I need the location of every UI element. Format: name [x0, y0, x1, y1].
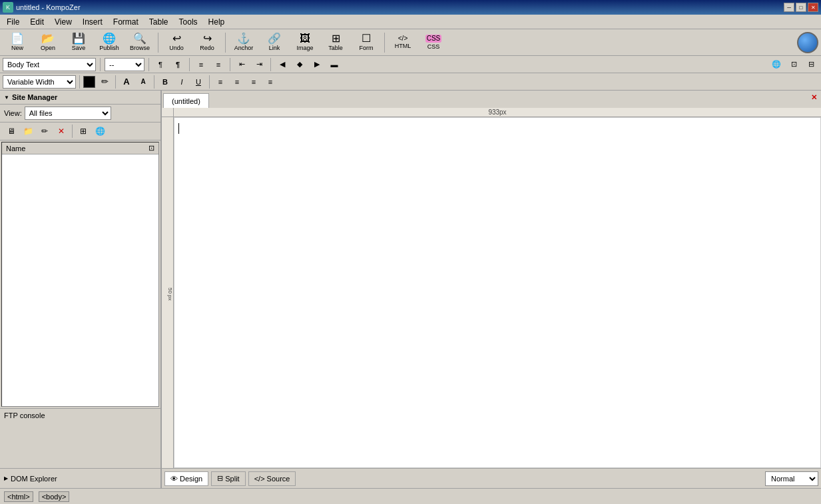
menu-file[interactable]: File	[1, 16, 25, 28]
source-tab[interactable]: </> Source	[248, 471, 296, 486]
css-button[interactable]: CSS CSS	[419, 31, 448, 55]
toolbar-separator-2	[225, 33, 226, 53]
link-label: Link	[269, 45, 280, 51]
html-tag[interactable]: <html>	[4, 491, 33, 502]
editor-canvas[interactable]	[174, 117, 821, 468]
css-label: CSS	[427, 43, 440, 50]
view-dropdown[interactable]: All files HTML files	[25, 107, 111, 120]
fmt-sep-2	[148, 58, 149, 71]
block-align-right-button[interactable]: ▶	[310, 58, 324, 71]
design-tab[interactable]: 👁 Design	[164, 471, 208, 486]
body-tag[interactable]: <body>	[39, 491, 70, 502]
sidebar: ▼ Site Manager View: All files HTML file…	[0, 91, 162, 488]
justify-button[interactable]: ▬	[327, 58, 342, 71]
design-icon: 👁	[170, 475, 178, 483]
html-icon: </>	[398, 35, 408, 42]
save-button[interactable]: 💾 Save	[64, 31, 93, 55]
sm-edit-button[interactable]: ✏	[37, 125, 52, 138]
form-icon: ☐	[362, 33, 371, 44]
dom-explorer[interactable]: ▶ DOM Explorer	[0, 468, 160, 488]
close-button[interactable]: ✕	[808, 3, 818, 12]
fmt-sep-1	[100, 58, 101, 71]
italic-button[interactable]: I	[174, 75, 189, 89]
new-label: New	[11, 45, 23, 51]
menu-tools[interactable]: Tools	[174, 16, 203, 28]
open-button[interactable]: 📂 Open	[33, 31, 63, 55]
menu-edit[interactable]: Edit	[25, 16, 49, 28]
fmt-sep-style	[209, 75, 210, 89]
sm-copy-button[interactable]: ⊞	[76, 125, 91, 138]
menu-table[interactable]: Table	[144, 16, 174, 28]
browse-button[interactable]: 🔍 Browse	[125, 31, 154, 55]
new-button[interactable]: 📄 New	[3, 31, 32, 55]
menubar: File Edit View Insert Format Table Tools…	[0, 15, 821, 29]
minimize-button[interactable]: ─	[784, 3, 794, 12]
image-button[interactable]: 🖼 Image	[290, 31, 320, 55]
ftp-console: FTP console	[0, 408, 160, 468]
css-icon: CSS	[425, 35, 442, 43]
align-center-button[interactable]: ≡	[230, 75, 244, 89]
anchor-button[interactable]: ⚓ Anchor	[229, 31, 258, 55]
color-picker-button[interactable]: ✏	[97, 75, 112, 89]
underline-button[interactable]: U	[191, 75, 206, 89]
style-dropdown[interactable]: Body Text Heading 1 Heading 2 Paragraph	[3, 58, 96, 71]
block-center-button[interactable]: ◆	[292, 58, 307, 71]
unordered-list-button[interactable]: ≡	[194, 58, 208, 71]
text-cursor	[178, 123, 179, 134]
site-manager-header: ▼ Site Manager	[0, 91, 160, 105]
bottom-tabs: 👁 Design ⊟ Split </> Source Normal Full …	[162, 468, 821, 488]
sm-sep	[72, 125, 73, 138]
content-area: (untitled) ✕ 933px 50 px	[162, 91, 821, 488]
sm-delete-button[interactable]: ✕	[54, 125, 69, 138]
sm-local-button[interactable]: 🖥	[4, 125, 19, 138]
ordered-list-button[interactable]: ≡	[211, 58, 226, 71]
paragraph-mark-button[interactable]: ¶	[170, 58, 185, 71]
toolbar-separator-1	[158, 33, 158, 53]
window-title: untitled - KompoZer	[16, 3, 81, 11]
menu-view[interactable]: View	[49, 16, 77, 28]
block-align-left-button[interactable]: ◀	[275, 58, 290, 71]
font-size-decrease-button[interactable]: A	[136, 75, 150, 89]
publish-button[interactable]: 🌐 Publish	[95, 31, 124, 55]
menu-format[interactable]: Format	[108, 16, 144, 28]
view-mode-select[interactable]: Normal Full Print	[765, 471, 818, 486]
align-right-button[interactable]: ≡	[246, 75, 261, 89]
align-left-button[interactable]: ≡	[213, 75, 228, 89]
document-tab[interactable]: (untitled)	[163, 93, 209, 108]
redo-button[interactable]: ↪ Redo	[192, 31, 222, 55]
table-button[interactable]: ⊞ Table	[321, 31, 350, 55]
maximize-button[interactable]: □	[796, 3, 806, 12]
link-button[interactable]: 🔗 Link	[260, 31, 289, 55]
font-family-dropdown[interactable]: Variable Width Arial Times New Roman Cou…	[3, 75, 76, 89]
ruler-height-text: 50 px	[167, 288, 173, 301]
menu-insert[interactable]: Insert	[77, 16, 108, 28]
form-button[interactable]: ☐ Form	[352, 31, 381, 55]
titlebar-controls[interactable]: ─ □ ✕	[784, 3, 818, 12]
toggle-icon-1[interactable]: 🌐	[769, 58, 784, 71]
anchor-icon: ⚓	[237, 33, 250, 44]
sm-publish-button[interactable]: 🌐	[93, 125, 107, 138]
toggle-icon-3[interactable]: ⊟	[804, 58, 818, 71]
menu-help[interactable]: Help	[203, 16, 230, 28]
split-tab[interactable]: ⊟ Split	[211, 471, 245, 486]
font-size-dropdown[interactable]: -- 8 10 12	[105, 58, 144, 71]
outdent-button[interactable]: ⇤	[234, 58, 249, 71]
browse-icon: 🔍	[133, 33, 146, 44]
site-manager-toggle[interactable]: ▼	[4, 95, 9, 101]
font-size-increase-button[interactable]: A	[119, 75, 134, 89]
titlebar-left: K untitled - KompoZer	[3, 2, 81, 13]
tab-close-button[interactable]: ✕	[811, 93, 817, 102]
undo-button[interactable]: ↩ Undo	[162, 31, 191, 55]
dom-explorer-toggle[interactable]: ▶	[4, 475, 8, 481]
html-button[interactable]: </> HTML	[388, 31, 417, 55]
align-justify-button[interactable]: ≡	[263, 75, 278, 89]
text-color-swatch[interactable]	[83, 76, 95, 88]
toggle-icon-2[interactable]: ⊡	[786, 58, 801, 71]
bold-button[interactable]: B	[158, 75, 172, 89]
sm-folder-button[interactable]: 📁	[21, 125, 35, 138]
paragraph-marks-button[interactable]: ¶	[153, 58, 168, 71]
table-label: Table	[328, 45, 343, 51]
publish-icon: 🌐	[103, 33, 116, 44]
open-icon: 📂	[41, 33, 55, 44]
indent-button[interactable]: ⇥	[252, 58, 266, 71]
